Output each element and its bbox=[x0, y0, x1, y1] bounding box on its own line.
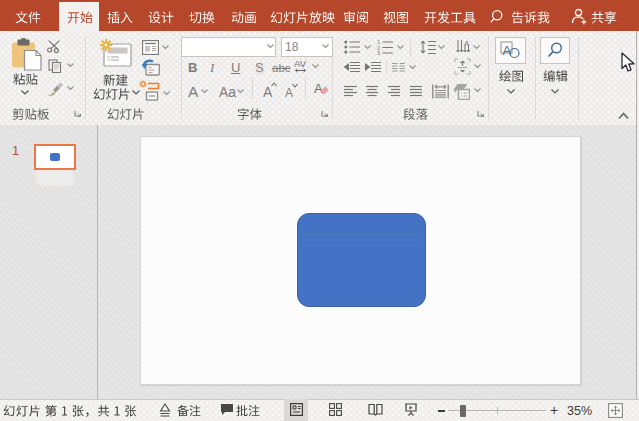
svg-text:A: A bbox=[314, 81, 323, 96]
svg-text:AV: AV bbox=[294, 59, 307, 69]
svg-text:3: 3 bbox=[377, 50, 380, 55]
